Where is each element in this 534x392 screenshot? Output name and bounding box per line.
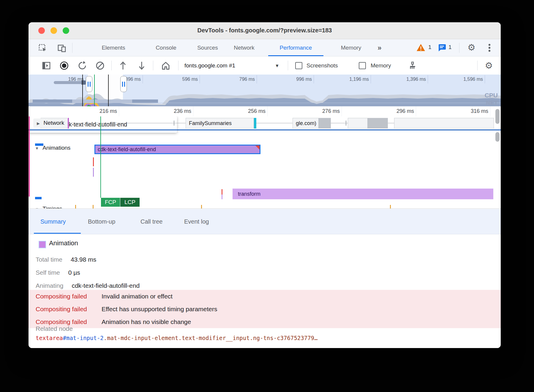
fcp-marker-line	[100, 116, 101, 198]
home-icon[interactable]	[160, 56, 171, 75]
devtools-window: DevTools - fonts.google.com/?preview.siz…	[29, 22, 501, 348]
network-request-dark-segment	[318, 118, 331, 128]
tab-network[interactable]: Network	[230, 39, 259, 56]
warning-corner-icon	[255, 146, 260, 150]
tab-elements[interactable]: Elements	[97, 39, 129, 56]
more-tabs-icon[interactable]: »	[373, 39, 386, 56]
performance-toolbar: fonts.google.com #1 ▾ Screenshots Memory…	[29, 56, 501, 75]
timeline-overview[interactable]: 196 ms396 ms596 ms796 ms996 ms1,196 ms1,…	[29, 75, 501, 106]
track-edge-highlight	[29, 116, 30, 197]
lcp-badge[interactable]: LCP	[120, 198, 140, 207]
tab-memory[interactable]: Memory	[337, 39, 366, 56]
history-select[interactable]: fonts.google.com #1	[184, 56, 235, 75]
fcp-badge[interactable]: FCP	[101, 198, 120, 207]
divider	[72, 43, 72, 53]
warning-icon[interactable]	[416, 44, 425, 53]
summary-row: Animatingcdk-text-field-autofill-end	[36, 280, 140, 291]
overview-tick	[371, 75, 371, 83]
tab-sources[interactable]: Sources	[193, 39, 222, 56]
divider	[477, 61, 478, 70]
node-tag: textarea	[36, 335, 63, 341]
overview-time-label: 596 ms	[162, 76, 198, 82]
animation-mini-tick	[93, 168, 94, 177]
compositing-warning-row: Compositing failedEffect has unsupported…	[29, 303, 501, 315]
screenshots-checkbox[interactable]	[295, 56, 302, 75]
network-request-bar[interactable]	[348, 118, 388, 129]
compositing-warning-value: Effect has unsupported timing parameters	[102, 306, 217, 313]
timing-tick	[390, 205, 391, 208]
compositing-warning-label: Compositing failed	[36, 293, 95, 300]
timing-tick	[75, 205, 76, 208]
compositing-warning-label: Compositing failed	[36, 318, 95, 325]
load-profile-icon[interactable]	[118, 56, 128, 75]
overview-tick	[485, 75, 485, 83]
ruler-label: 216 ms	[81, 108, 117, 114]
clear-recording-icon[interactable]	[95, 56, 105, 75]
overview-time-label: 996 ms	[276, 76, 312, 82]
tab-event-log[interactable]: Event log	[184, 209, 209, 234]
track-scroll-indicator	[35, 197, 42, 199]
issues-message-icon[interactable]	[438, 44, 446, 53]
network-marker	[68, 118, 69, 129]
timing-tick	[201, 205, 202, 208]
tab-summary[interactable]: Summary	[40, 209, 66, 234]
flame-chart-tracks[interactable]: FamilySummariesgle.com) ▶ Network 66.7 m…	[29, 116, 501, 208]
timings-track-label: Timings	[42, 206, 62, 208]
related-node-link[interactable]: textarea#mat-input-2.mat-mdc-input-eleme…	[36, 335, 317, 341]
devtools-tab-bar: ElementsConsoleSourcesNetworkPerformance…	[29, 39, 501, 56]
save-profile-icon[interactable]	[136, 56, 147, 75]
tab-call-tree[interactable]: Call tree	[140, 209, 162, 234]
kebab-menu-icon[interactable]	[488, 44, 491, 54]
device-toolbar-icon[interactable]	[58, 44, 66, 53]
tab-bottom-up[interactable]: Bottom-up	[88, 209, 115, 234]
network-whisker-cap	[174, 121, 174, 126]
compositing-warning-label: Compositing failed	[36, 306, 95, 313]
node-classes: .mat-mdc-input-element.text-modifier__in…	[104, 335, 318, 341]
selection-right-grip[interactable]	[120, 76, 127, 92]
warning-count: 1	[428, 44, 432, 50]
overview-time-label: 1,396 ms	[390, 76, 426, 82]
overview-tick	[257, 75, 257, 83]
divider	[288, 61, 288, 70]
toggle-sidebar-icon[interactable]	[41, 56, 52, 75]
net-track-label: NET	[486, 99, 498, 106]
overview-time-label: 796 ms	[219, 76, 255, 82]
overview-tick	[143, 75, 143, 83]
inspect-element-icon[interactable]	[39, 44, 47, 53]
garbage-collect-icon[interactable]	[407, 56, 418, 75]
network-whisker-cap	[346, 121, 346, 126]
triangle-right-icon: ▶	[37, 121, 40, 126]
animations-track-label: Animations	[42, 145, 70, 151]
network-track[interactable]: FamilySummariesgle.com) ▶ Network	[29, 116, 501, 129]
selection-left-grip[interactable]	[86, 76, 92, 92]
vertical-scrollbar-thumb[interactable]	[495, 109, 500, 124]
ruler-label: 276 ms	[304, 108, 340, 114]
ruler-label: 256 ms	[230, 108, 266, 114]
animation-event-bar-selected[interactable]: cdk-text-field-autofill-end	[94, 145, 260, 154]
tab-performance[interactable]: Performance	[276, 39, 316, 56]
network-request-bar[interactable]: FamilySummaries	[186, 118, 254, 129]
overview-time-label: 1,196 ms	[333, 76, 369, 82]
reload-and-record-icon[interactable]	[77, 56, 88, 75]
details-tab-bar: SummaryBottom-upCall treeEvent log	[29, 209, 501, 234]
track-divider[interactable]	[29, 129, 501, 130]
tab-console[interactable]: Console	[151, 39, 181, 56]
timings-track-header[interactable]: ▼ Timings	[35, 206, 62, 208]
capture-settings-gear-icon[interactable]: ⚙	[484, 56, 494, 75]
details-panel: SummaryBottom-upCall treeEvent log Anima…	[29, 208, 501, 348]
summary-row-value: 43.98 ms	[71, 256, 96, 263]
transform-animation-bar[interactable]: transform	[233, 189, 493, 199]
network-track-header[interactable]: ▶ Network	[33, 118, 68, 127]
node-id: #mat-input-2	[63, 335, 104, 341]
overview-time-label: 1,596 ms	[447, 76, 483, 82]
memory-checkbox[interactable]	[359, 56, 366, 75]
network-request-bar[interactable]	[394, 118, 494, 129]
network-request-bar[interactable]: gle.com)	[293, 118, 331, 129]
chevron-down-icon[interactable]: ▾	[274, 56, 281, 75]
cpu-track-label: CPU	[485, 92, 498, 99]
active-tab-underline	[268, 55, 323, 56]
record-button[interactable]	[59, 56, 69, 75]
vertical-scrollbar-thumb[interactable]	[495, 132, 500, 142]
track-scroll-indicator	[35, 143, 43, 146]
settings-gear-icon[interactable]: ⚙	[467, 43, 475, 52]
